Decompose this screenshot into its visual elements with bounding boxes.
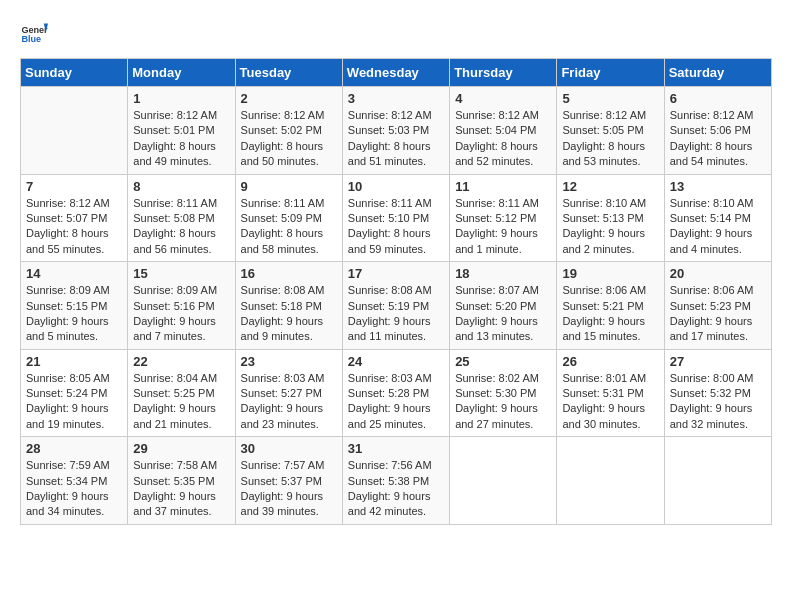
calendar-cell	[664, 437, 771, 525]
calendar-cell: 15Sunrise: 8:09 AM Sunset: 5:16 PM Dayli…	[128, 262, 235, 350]
day-of-week-header: Monday	[128, 59, 235, 87]
day-number: 17	[348, 266, 444, 281]
day-info: Sunrise: 8:07 AM Sunset: 5:20 PM Dayligh…	[455, 283, 551, 345]
day-info: Sunrise: 7:57 AM Sunset: 5:37 PM Dayligh…	[241, 458, 337, 520]
calendar-cell: 11Sunrise: 8:11 AM Sunset: 5:12 PM Dayli…	[450, 174, 557, 262]
day-info: Sunrise: 8:12 AM Sunset: 5:02 PM Dayligh…	[241, 108, 337, 170]
calendar-cell: 24Sunrise: 8:03 AM Sunset: 5:28 PM Dayli…	[342, 349, 449, 437]
day-of-week-header: Tuesday	[235, 59, 342, 87]
day-number: 12	[562, 179, 658, 194]
day-info: Sunrise: 8:10 AM Sunset: 5:13 PM Dayligh…	[562, 196, 658, 258]
calendar-cell: 28Sunrise: 7:59 AM Sunset: 5:34 PM Dayli…	[21, 437, 128, 525]
day-info: Sunrise: 8:08 AM Sunset: 5:19 PM Dayligh…	[348, 283, 444, 345]
day-info: Sunrise: 8:12 AM Sunset: 5:04 PM Dayligh…	[455, 108, 551, 170]
day-number: 7	[26, 179, 122, 194]
day-info: Sunrise: 8:12 AM Sunset: 5:06 PM Dayligh…	[670, 108, 766, 170]
calendar-cell: 17Sunrise: 8:08 AM Sunset: 5:19 PM Dayli…	[342, 262, 449, 350]
day-number: 28	[26, 441, 122, 456]
calendar-cell: 7Sunrise: 8:12 AM Sunset: 5:07 PM Daylig…	[21, 174, 128, 262]
day-number: 4	[455, 91, 551, 106]
calendar-week-row: 21Sunrise: 8:05 AM Sunset: 5:24 PM Dayli…	[21, 349, 772, 437]
day-info: Sunrise: 8:06 AM Sunset: 5:21 PM Dayligh…	[562, 283, 658, 345]
calendar-cell: 8Sunrise: 8:11 AM Sunset: 5:08 PM Daylig…	[128, 174, 235, 262]
day-number: 6	[670, 91, 766, 106]
calendar-cell: 1Sunrise: 8:12 AM Sunset: 5:01 PM Daylig…	[128, 87, 235, 175]
calendar-cell: 14Sunrise: 8:09 AM Sunset: 5:15 PM Dayli…	[21, 262, 128, 350]
day-number: 24	[348, 354, 444, 369]
calendar-cell: 13Sunrise: 8:10 AM Sunset: 5:14 PM Dayli…	[664, 174, 771, 262]
calendar-cell: 16Sunrise: 8:08 AM Sunset: 5:18 PM Dayli…	[235, 262, 342, 350]
day-of-week-header: Sunday	[21, 59, 128, 87]
day-info: Sunrise: 8:09 AM Sunset: 5:16 PM Dayligh…	[133, 283, 229, 345]
calendar-cell: 9Sunrise: 8:11 AM Sunset: 5:09 PM Daylig…	[235, 174, 342, 262]
day-info: Sunrise: 8:00 AM Sunset: 5:32 PM Dayligh…	[670, 371, 766, 433]
day-info: Sunrise: 8:09 AM Sunset: 5:15 PM Dayligh…	[26, 283, 122, 345]
day-of-week-header: Saturday	[664, 59, 771, 87]
day-number: 18	[455, 266, 551, 281]
day-number: 26	[562, 354, 658, 369]
day-number: 25	[455, 354, 551, 369]
calendar-cell: 31Sunrise: 7:56 AM Sunset: 5:38 PM Dayli…	[342, 437, 449, 525]
day-info: Sunrise: 8:11 AM Sunset: 5:08 PM Dayligh…	[133, 196, 229, 258]
day-number: 20	[670, 266, 766, 281]
day-info: Sunrise: 8:11 AM Sunset: 5:12 PM Dayligh…	[455, 196, 551, 258]
calendar-cell: 4Sunrise: 8:12 AM Sunset: 5:04 PM Daylig…	[450, 87, 557, 175]
day-info: Sunrise: 8:12 AM Sunset: 5:03 PM Dayligh…	[348, 108, 444, 170]
day-number: 16	[241, 266, 337, 281]
day-number: 15	[133, 266, 229, 281]
day-number: 29	[133, 441, 229, 456]
day-number: 2	[241, 91, 337, 106]
day-number: 22	[133, 354, 229, 369]
day-info: Sunrise: 7:58 AM Sunset: 5:35 PM Dayligh…	[133, 458, 229, 520]
day-number: 19	[562, 266, 658, 281]
calendar-cell: 26Sunrise: 8:01 AM Sunset: 5:31 PM Dayli…	[557, 349, 664, 437]
svg-text:General: General	[21, 25, 48, 35]
day-info: Sunrise: 8:12 AM Sunset: 5:07 PM Dayligh…	[26, 196, 122, 258]
calendar-cell	[21, 87, 128, 175]
calendar-week-row: 7Sunrise: 8:12 AM Sunset: 5:07 PM Daylig…	[21, 174, 772, 262]
calendar-table: SundayMondayTuesdayWednesdayThursdayFrid…	[20, 58, 772, 525]
page-header: General Blue	[20, 20, 772, 48]
day-info: Sunrise: 8:12 AM Sunset: 5:01 PM Dayligh…	[133, 108, 229, 170]
logo-icon: General Blue	[20, 20, 48, 48]
day-of-week-header: Thursday	[450, 59, 557, 87]
day-number: 13	[670, 179, 766, 194]
calendar-cell: 18Sunrise: 8:07 AM Sunset: 5:20 PM Dayli…	[450, 262, 557, 350]
day-number: 10	[348, 179, 444, 194]
calendar-cell: 19Sunrise: 8:06 AM Sunset: 5:21 PM Dayli…	[557, 262, 664, 350]
day-info: Sunrise: 8:04 AM Sunset: 5:25 PM Dayligh…	[133, 371, 229, 433]
day-info: Sunrise: 8:12 AM Sunset: 5:05 PM Dayligh…	[562, 108, 658, 170]
day-number: 5	[562, 91, 658, 106]
calendar-cell	[450, 437, 557, 525]
day-number: 1	[133, 91, 229, 106]
day-number: 9	[241, 179, 337, 194]
calendar-cell: 22Sunrise: 8:04 AM Sunset: 5:25 PM Dayli…	[128, 349, 235, 437]
day-number: 11	[455, 179, 551, 194]
calendar-header-row: SundayMondayTuesdayWednesdayThursdayFrid…	[21, 59, 772, 87]
day-info: Sunrise: 8:11 AM Sunset: 5:09 PM Dayligh…	[241, 196, 337, 258]
day-number: 31	[348, 441, 444, 456]
day-number: 14	[26, 266, 122, 281]
day-info: Sunrise: 8:08 AM Sunset: 5:18 PM Dayligh…	[241, 283, 337, 345]
calendar-cell: 25Sunrise: 8:02 AM Sunset: 5:30 PM Dayli…	[450, 349, 557, 437]
calendar-week-row: 14Sunrise: 8:09 AM Sunset: 5:15 PM Dayli…	[21, 262, 772, 350]
calendar-cell: 20Sunrise: 8:06 AM Sunset: 5:23 PM Dayli…	[664, 262, 771, 350]
day-info: Sunrise: 7:59 AM Sunset: 5:34 PM Dayligh…	[26, 458, 122, 520]
day-number: 23	[241, 354, 337, 369]
day-info: Sunrise: 8:02 AM Sunset: 5:30 PM Dayligh…	[455, 371, 551, 433]
day-number: 30	[241, 441, 337, 456]
day-of-week-header: Friday	[557, 59, 664, 87]
day-number: 21	[26, 354, 122, 369]
day-info: Sunrise: 8:05 AM Sunset: 5:24 PM Dayligh…	[26, 371, 122, 433]
calendar-week-row: 1Sunrise: 8:12 AM Sunset: 5:01 PM Daylig…	[21, 87, 772, 175]
calendar-cell: 2Sunrise: 8:12 AM Sunset: 5:02 PM Daylig…	[235, 87, 342, 175]
calendar-week-row: 28Sunrise: 7:59 AM Sunset: 5:34 PM Dayli…	[21, 437, 772, 525]
day-info: Sunrise: 8:03 AM Sunset: 5:28 PM Dayligh…	[348, 371, 444, 433]
calendar-cell: 27Sunrise: 8:00 AM Sunset: 5:32 PM Dayli…	[664, 349, 771, 437]
day-info: Sunrise: 8:11 AM Sunset: 5:10 PM Dayligh…	[348, 196, 444, 258]
day-info: Sunrise: 8:03 AM Sunset: 5:27 PM Dayligh…	[241, 371, 337, 433]
logo: General Blue	[20, 20, 48, 48]
day-of-week-header: Wednesday	[342, 59, 449, 87]
calendar-cell: 23Sunrise: 8:03 AM Sunset: 5:27 PM Dayli…	[235, 349, 342, 437]
calendar-cell: 3Sunrise: 8:12 AM Sunset: 5:03 PM Daylig…	[342, 87, 449, 175]
